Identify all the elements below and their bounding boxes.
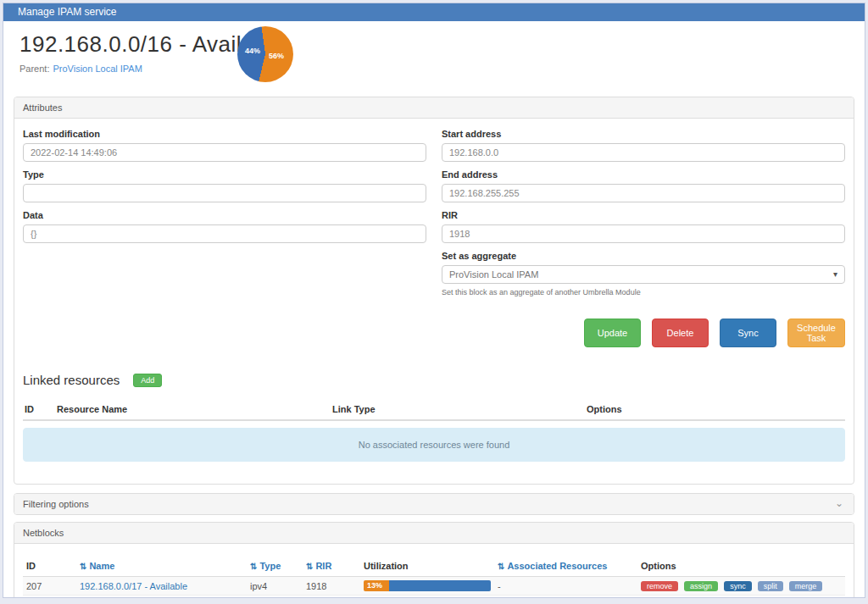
- nb-col-associated-resources[interactable]: ⇅Associated Resources: [494, 556, 637, 577]
- remove-button[interactable]: remove: [641, 581, 678, 591]
- netblock-row: 214 192.168.128.0/17 - Department A ipv4…: [23, 596, 845, 599]
- type-label: Type: [23, 169, 426, 180]
- aggregate-selected-value: ProVision Local IPAM: [449, 269, 538, 280]
- chevron-down-icon[interactable]: ⌄: [835, 497, 843, 509]
- schedule-task-button[interactable]: Schedule Task: [787, 319, 845, 347]
- filtering-options-title: Filtering options: [23, 499, 89, 509]
- type-field[interactable]: [23, 184, 426, 202]
- attributes-panel-header: Attributes: [14, 97, 854, 119]
- nb-col-utilization: Utilization: [360, 556, 494, 577]
- sync-row-button[interactable]: sync: [724, 581, 752, 591]
- aggregate-help-text: Set this block as an aggregate of anothe…: [442, 288, 845, 296]
- attributes-panel: Attributes Last modification Type Data: [14, 97, 854, 485]
- add-linked-resource-button[interactable]: Add: [133, 374, 162, 387]
- lr-col-link-type: Link Type: [331, 399, 585, 420]
- aggregate-select[interactable]: ProVision Local IPAM ▾: [442, 265, 845, 284]
- linked-resources-title: Linked resources: [23, 373, 120, 387]
- end-address-label: End address: [442, 169, 845, 180]
- netblock-link[interactable]: 192.168.0.0/17 - Available: [80, 581, 187, 591]
- select-caret-icon: ▾: [833, 266, 837, 283]
- sync-button[interactable]: Sync: [720, 319, 776, 347]
- utilization-free-segment: [389, 580, 491, 591]
- nb-col-options: Options: [637, 556, 845, 577]
- start-address-label: Start address: [442, 129, 845, 139]
- netblocks-panel-title: Netblocks: [23, 528, 64, 538]
- lr-col-options: Options: [585, 399, 845, 420]
- netblocks-panel-header: Netblocks: [14, 523, 854, 544]
- nb-row-type: ipv4: [247, 577, 303, 596]
- data-field[interactable]: [23, 224, 426, 243]
- assign-button[interactable]: assign: [684, 581, 718, 591]
- utilization-used-segment: 13%: [364, 580, 389, 591]
- lr-col-id: ID: [23, 399, 55, 420]
- aggregate-label: Set as aggregate: [442, 251, 845, 261]
- page-title: 192.168.0.0/16 - Available: [19, 31, 865, 58]
- utilization-pie-chart: 44% 56%: [237, 26, 293, 82]
- rir-label: RIR: [442, 210, 845, 220]
- nb-col-type[interactable]: ⇅Type: [247, 556, 303, 577]
- window-title: Manage IPAM service: [18, 6, 117, 18]
- lr-col-resource-name: Resource Name: [55, 399, 331, 420]
- data-label: Data: [23, 210, 426, 220]
- delete-button[interactable]: Delete: [652, 319, 709, 347]
- end-address-field[interactable]: [442, 184, 845, 202]
- pie-label-orange: 56%: [269, 52, 284, 60]
- breadcrumb: Parent:ProVision Local IPAM: [19, 64, 865, 74]
- page-card: Manage IPAM service 192.168.0.0/16 - Ava…: [3, 3, 865, 598]
- nb-row-rir: 1918: [303, 577, 360, 596]
- nb-row-assoc: -: [494, 596, 637, 599]
- sort-icon: ⇅: [250, 562, 257, 571]
- filtering-options-header[interactable]: Filtering options ⌄: [14, 494, 854, 514]
- nb-row-rir: 1918: [303, 596, 360, 599]
- nb-col-rir[interactable]: ⇅RIR: [303, 556, 360, 577]
- netblocks-table: ID ⇅Name ⇅Type ⇅RIR Utilization ⇅Associa…: [23, 556, 845, 598]
- last-modification-label: Last modification: [23, 129, 426, 139]
- update-button[interactable]: Update: [584, 319, 641, 347]
- nb-col-name[interactable]: ⇅Name: [76, 556, 247, 577]
- sort-icon: ⇅: [306, 562, 313, 571]
- nb-col-id: ID: [23, 556, 76, 577]
- linked-resources-table: ID Resource Name Link Type Options: [23, 399, 845, 421]
- title-area: 192.168.0.0/16 - Available Parent:ProVis…: [3, 21, 865, 97]
- netblocks-panel: Netblocks ID ⇅Name ⇅Type ⇅RIR Utilizatio…: [14, 522, 854, 598]
- last-modification-field[interactable]: [23, 143, 426, 162]
- sort-icon: ⇅: [80, 562, 86, 571]
- rir-field[interactable]: [442, 224, 845, 243]
- nb-row-assoc: -: [494, 577, 637, 596]
- attributes-panel-title: Attributes: [23, 103, 62, 113]
- window-title-bar: Manage IPAM service: [3, 3, 865, 21]
- utilization-bar: 13%: [364, 580, 491, 591]
- no-resources-alert: No associated resources were found: [23, 428, 845, 462]
- start-address-field[interactable]: [442, 143, 845, 162]
- parent-link[interactable]: ProVision Local IPAM: [53, 64, 142, 74]
- nb-row-type: ipv4: [247, 596, 303, 599]
- split-button[interactable]: split: [758, 581, 783, 591]
- merge-button[interactable]: merge: [789, 581, 823, 591]
- nb-row-id: 214: [23, 596, 76, 599]
- pie-label-blue: 44%: [245, 47, 260, 55]
- netblock-row: 207 192.168.0.0/17 - Available ipv4 1918…: [23, 577, 845, 596]
- filtering-options-panel: Filtering options ⌄: [14, 493, 854, 515]
- parent-label: Parent:: [19, 64, 49, 74]
- nb-row-id: 207: [23, 577, 76, 596]
- sort-icon: ⇅: [498, 562, 504, 571]
